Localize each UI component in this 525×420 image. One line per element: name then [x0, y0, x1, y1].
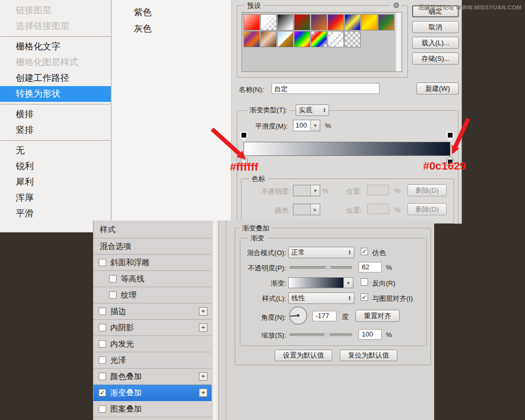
menu-item-none[interactable]: 无: [0, 143, 111, 159]
delete-stop-button: 删除(D): [407, 184, 447, 196]
gradient-name-input[interactable]: 自定: [271, 83, 380, 94]
gradient-preset-swatch[interactable]: [328, 31, 344, 47]
blend-mode-dropdown[interactable]: 正常 ▲▼: [288, 247, 354, 258]
gradient-preset-swatch[interactable]: [294, 31, 310, 47]
dither-checkbox[interactable]: ✓: [361, 248, 368, 255]
style-row-inner-glow[interactable]: 内发光: [93, 336, 212, 352]
new-button[interactable]: 新建(W): [416, 82, 459, 94]
stop-position-percent: %: [394, 187, 401, 195]
stop-color-label: 颜色:: [268, 206, 290, 215]
menu-item-smooth[interactable]: 平滑: [0, 206, 111, 222]
gradient-preset-swatch[interactable]: [244, 14, 260, 30]
add-effect-button[interactable]: +: [199, 388, 207, 397]
gradient-preset-swatch[interactable]: [361, 14, 377, 30]
style-row-color-overlay[interactable]: 颜色叠加 +: [93, 369, 212, 385]
gradient-preset-swatch[interactable]: [244, 31, 260, 47]
reset-default-button[interactable]: 复位为默认值: [340, 350, 397, 361]
menu-item-horizontal[interactable]: 横排: [0, 107, 111, 122]
gradient-preset-swatch[interactable]: [311, 31, 327, 47]
preset-scrollbar[interactable]: [394, 13, 402, 71]
checkbox[interactable]: [99, 373, 106, 380]
checkbox-checked[interactable]: ✓: [99, 389, 106, 396]
checkbox[interactable]: [99, 324, 106, 331]
stop-position-input: [367, 185, 389, 195]
save-button[interactable]: 存储(S)...: [412, 52, 459, 65]
cancel-button[interactable]: 取消: [412, 21, 459, 33]
style-row-bevel-emboss[interactable]: 斜面和浮雕: [93, 255, 212, 271]
style-row-outer-glow[interactable]: 外发光: [93, 417, 212, 420]
gradient-preset-swatch[interactable]: [344, 14, 361, 30]
checkbox[interactable]: [99, 356, 106, 364]
scale-slider-track[interactable]: [289, 333, 352, 336]
gradient-preset-swatch[interactable]: [260, 31, 277, 47]
style-row-label: 描边: [110, 307, 126, 317]
gradient-preset-swatch[interactable]: [277, 31, 293, 47]
add-effect-button[interactable]: +: [199, 323, 207, 332]
add-effect-button[interactable]: +: [199, 372, 207, 381]
smoothness-label: 平滑度(M):: [255, 122, 288, 131]
style-row-pattern-overlay[interactable]: 图案叠加: [93, 401, 212, 417]
menu-item-strong[interactable]: 浑厚: [0, 190, 111, 206]
menu-item-crisp[interactable]: 犀利: [0, 174, 111, 190]
gradient-preset-swatch[interactable]: [294, 14, 310, 30]
stop-opacity-combo: ▾: [293, 185, 320, 196]
style-row-inner-shadow[interactable]: 内阴影 +: [93, 320, 212, 336]
check-icon: ✓: [100, 389, 105, 396]
align-checkbox[interactable]: ✓: [361, 293, 368, 301]
opacity-value-input[interactable]: 62: [359, 262, 382, 272]
menu-item-sharp[interactable]: 锐利: [0, 159, 111, 174]
gradient-preview-dropdown[interactable]: ▾: [288, 277, 353, 288]
opacity-slider-track[interactable]: [289, 266, 352, 269]
reverse-checkbox[interactable]: [361, 278, 368, 286]
load-button[interactable]: 载入(L)...: [412, 37, 459, 49]
reset-alignment-button[interactable]: 重置对齐: [355, 310, 400, 322]
style-row-blending-options[interactable]: 混合选项: [93, 238, 212, 255]
color-picker-arrow-icon: ▶: [310, 204, 320, 215]
overlay-gradient-label: 渐变:: [227, 279, 286, 288]
overlay-style-dropdown[interactable]: 线性 ▲▼: [288, 292, 354, 304]
updown-arrows-icon: ▲▼: [348, 250, 351, 255]
menu-item-create-work-path[interactable]: 创建工作路径: [0, 70, 111, 86]
menu-item-vertical[interactable]: 竖排: [0, 122, 111, 138]
menu-item-rasterize-type[interactable]: 栅格化文字: [0, 39, 111, 55]
menu-separator: [1, 104, 110, 104]
gear-icon[interactable]: ⚙: [390, 1, 402, 9]
submenu-item-grays[interactable]: 灰色: [112, 20, 231, 37]
gradient-preset-swatch[interactable]: [378, 14, 394, 30]
style-row-texture[interactable]: 纹理: [93, 287, 212, 303]
dropdown-arrow-icon[interactable]: ▾: [343, 278, 353, 288]
checkbox[interactable]: [109, 291, 117, 299]
smoothness-combo[interactable]: 100 ▾: [293, 120, 320, 131]
angle-dial[interactable]: [288, 306, 308, 326]
styles-list-scrollbar[interactable]: [212, 220, 219, 420]
scale-label: 缩放(S):: [227, 331, 286, 340]
updown-arrows-icon: ▲▼: [348, 296, 351, 301]
gradient-preset-swatch[interactable]: [311, 14, 327, 30]
style-row-contour[interactable]: 等高线: [93, 271, 212, 287]
gradient-preset-swatch[interactable]: [344, 31, 361, 47]
gradient-type-dropdown[interactable]: 实底 ▲▼: [296, 104, 329, 116]
menu-item-select-linked-layers: 选择链接图层: [0, 18, 111, 34]
submenu-item-purples[interactable]: 紫色: [112, 4, 231, 20]
add-effect-button[interactable]: +: [199, 307, 207, 316]
gradient-preset-swatch[interactable]: [260, 14, 277, 30]
menu-item-convert-to-shape[interactable]: 转换为形状: [0, 86, 111, 102]
checkbox[interactable]: [99, 259, 106, 266]
checkbox[interactable]: [99, 340, 106, 348]
presets-group-label: 预设: [245, 1, 264, 10]
align-label: 与图层对齐(I): [372, 294, 413, 303]
style-row-satin[interactable]: 光泽: [93, 352, 212, 369]
style-row-gradient-overlay[interactable]: ✓ 渐变叠加 +: [93, 385, 212, 401]
checkbox[interactable]: [99, 405, 106, 413]
style-row-stroke[interactable]: 描边 +: [93, 303, 212, 320]
opacity-stop-fill: [242, 133, 246, 138]
checkbox[interactable]: [109, 275, 117, 282]
gradient-bar[interactable]: [244, 142, 450, 156]
set-default-button[interactable]: 设置为默认值: [275, 350, 332, 361]
gradient-preset-swatch[interactable]: [328, 14, 344, 30]
scale-value-input[interactable]: 100: [359, 329, 382, 340]
checkbox[interactable]: [99, 308, 106, 315]
angle-value-input[interactable]: -177: [312, 311, 337, 321]
gradient-preset-swatch[interactable]: [277, 14, 293, 30]
dropdown-arrow-icon[interactable]: ▾: [310, 120, 320, 131]
